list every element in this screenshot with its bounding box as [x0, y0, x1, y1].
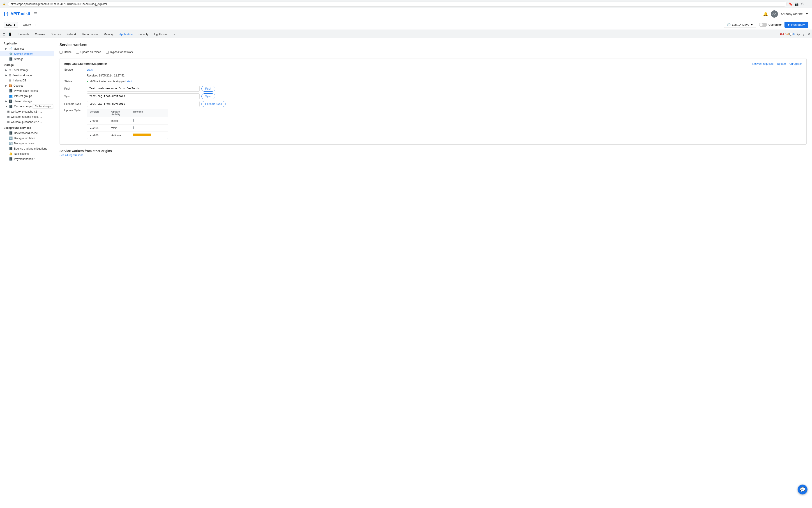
see-all-registrations-link[interactable]: See all registrations...	[59, 154, 807, 157]
sidebar-item-bg-sync[interactable]: 🔄 Background sync	[0, 141, 54, 146]
tab-elements[interactable]: Elements	[15, 30, 32, 38]
tab-memory[interactable]: Memory	[101, 30, 116, 38]
uc-activate-activity: Activate	[109, 132, 130, 138]
sidebar-item-cache-2[interactable]: ⊞ workbox-runtime-https://app.apitoolkit…	[0, 114, 54, 119]
update-on-reload-checkbox[interactable]	[76, 51, 79, 54]
use-editor-toggle[interactable]	[759, 23, 767, 27]
unregister-link[interactable]: Unregister	[789, 62, 802, 66]
user-dropdown-arrow[interactable]: ▼	[806, 12, 808, 15]
bell-icon[interactable]: 🔔	[763, 11, 768, 16]
sidebar-item-bounce[interactable]: 🗄️ Bounce tracking mitigations	[0, 146, 54, 151]
interest-groups-label: Interest groups	[14, 94, 32, 98]
kebab-menu-icon[interactable]: ⋮	[802, 32, 806, 36]
status-green-dot: ●	[87, 80, 88, 83]
storage-label: Storage	[14, 57, 24, 61]
query-actions: 🕐 Last 14 Days ▼ Use editor ▶ Run query	[724, 22, 808, 28]
header-right: 🔔 AA Anthony Alaribe ▼	[763, 10, 808, 17]
query-tab[interactable]: Query	[21, 23, 33, 27]
sw-url-row: https://app.apitoolkit.io/public/ Networ…	[64, 62, 802, 66]
offline-checkbox[interactable]	[59, 51, 62, 54]
menu-icon[interactable]: ☰	[34, 11, 37, 16]
bypass-for-network-label[interactable]: Bypass for network	[106, 50, 133, 54]
install-expand-icon[interactable]: ▶	[90, 120, 92, 122]
run-query-button[interactable]: ▶ Run query	[784, 22, 808, 28]
install-bar	[133, 119, 134, 122]
uc-timeline-header: Timeline	[130, 109, 168, 117]
sw-js-link[interactable]: sw.js	[87, 68, 93, 71]
update-on-reload-label[interactable]: Update on reload	[76, 50, 101, 54]
bypass-for-network-checkbox[interactable]	[106, 51, 109, 54]
user-name: Anthony Alaribe	[781, 12, 803, 16]
storage-section-title: Storage	[0, 61, 54, 68]
cache-1-label: workbox-precache-v2-https://app.apitoolk…	[11, 110, 43, 113]
chevron-down-icon: ▼	[751, 23, 753, 27]
sidebar-item-private-state[interactable]: 🗄️ Private state tokens	[0, 88, 54, 93]
received-row: Received 18/05/2024, 12:27:52	[64, 74, 802, 77]
cache-3-label: workbox-precache-v2-https://app.apitoolk…	[11, 121, 43, 124]
offline-checkbox-label[interactable]: Offline	[59, 50, 72, 54]
url-bar[interactable]: https://app.apitoolkit.io/p/ebed9d39-bb1…	[8, 2, 787, 6]
sidebar-item-cache-3[interactable]: ⊞ workbox-precache-v2-https://app.apitoo…	[0, 119, 54, 125]
manifest-icon: 📄	[9, 47, 12, 50]
tab-sources[interactable]: Sources	[48, 30, 63, 38]
periodic-sync-input[interactable]	[87, 101, 200, 107]
sidebar-item-service-workers[interactable]: ⚙️ Service workers	[0, 51, 54, 56]
tab-network[interactable]: Network	[64, 30, 79, 38]
lock-icon: 🔒	[3, 2, 6, 5]
sidebar-item-cache-1[interactable]: ⊞ workbox-precache-v2-https://app.apitoo…	[0, 109, 54, 114]
sidebar-item-session-storage[interactable]: ▶ ⊞ Session storage	[0, 73, 54, 78]
chat-bubble-button[interactable]: 💬	[798, 484, 808, 495]
activate-expand-icon[interactable]: ▶	[90, 134, 92, 137]
phone-icon[interactable]: 📱	[7, 33, 13, 36]
wait-expand-icon[interactable]: ▶	[90, 127, 92, 129]
tab-console[interactable]: Console	[32, 30, 48, 38]
network-requests-link[interactable]: Network requests	[753, 62, 773, 66]
tab-lighthouse[interactable]: Lighthouse	[152, 30, 170, 38]
last-days-button[interactable]: 🕐 Last 14 Days ▼	[724, 22, 756, 28]
query-bar: SDC ▲ Query | 🕐 Last 14 Days ▼ Use edito…	[0, 20, 812, 30]
close-devtools-icon[interactable]: ✕	[807, 32, 810, 36]
uc-wait-version: ▶#966	[87, 125, 109, 131]
sidebar-item-manifest[interactable]: ▶ 📄 Manifest	[0, 46, 54, 51]
periodic-sync-button[interactable]: Periodic Sync	[202, 101, 225, 107]
sidebar-item-back-forward[interactable]: 🗄️ Back/forward cache	[0, 130, 54, 136]
app-name: APIToolkit	[10, 11, 30, 16]
start-link[interactable]: start	[127, 80, 132, 83]
screenshot-icon[interactable]: 📷	[795, 2, 799, 6]
sdc-label: SDC	[6, 23, 12, 27]
tab-performance[interactable]: Performance	[80, 30, 100, 38]
sidebar-item-storage[interactable]: 🗄️ Storage	[0, 56, 54, 61]
cursor-icon[interactable]: ⊡	[2, 33, 6, 36]
push-button[interactable]: Push	[202, 86, 215, 92]
tab-application[interactable]: Application	[117, 30, 135, 38]
settings-icon[interactable]: ⚙	[797, 32, 800, 36]
sync-input[interactable]	[87, 93, 200, 99]
sidebar-item-cookies[interactable]: ▶ 🍪 Cookies	[0, 83, 54, 88]
sdc-badge[interactable]: SDC ▲	[4, 22, 18, 28]
indexed-db-label: IndexedDB	[13, 79, 26, 82]
cache-2-label: workbox-runtime-https://app.apitoolkit.i…	[11, 115, 43, 118]
sw-options-row: Offline Update on reload Bypass for netw…	[59, 50, 807, 54]
push-input[interactable]	[87, 86, 200, 92]
cache-storage-label: Cache storage	[14, 105, 32, 108]
sidebar-item-payment-handler[interactable]: 🗄️ Payment handler	[0, 156, 54, 162]
sidebar-item-local-storage[interactable]: ▶ ⊞ Local storage	[0, 68, 54, 73]
sync-button[interactable]: Sync	[202, 93, 215, 99]
sidebar-item-shared-storage[interactable]: ▶ 🗄️ Shared storage	[0, 98, 54, 104]
update-link[interactable]: Update	[777, 62, 786, 66]
sidebar-item-notifications[interactable]: 🔔 Notifications	[0, 151, 54, 156]
source-value: sw.js	[87, 68, 93, 71]
sidebar-item-interest-groups[interactable]: 👥 Interest groups	[0, 93, 54, 98]
tab-security[interactable]: Security	[136, 30, 151, 38]
bounce-icon: 🗄️	[9, 147, 13, 150]
tab-more[interactable]: »	[171, 30, 178, 38]
history-icon[interactable]: ⏱	[801, 2, 804, 6]
bookmark-icon[interactable]: 🔖	[788, 2, 793, 6]
manifest-label: Manifest	[13, 47, 24, 50]
more-icon[interactable]: ⋯	[806, 2, 809, 6]
sidebar-item-indexed-db[interactable]: ⊞ IndexedDB	[0, 78, 54, 83]
local-storage-icon: ⊞	[9, 68, 11, 72]
sidebar-item-bg-fetch[interactable]: ⬇️ Background fetch	[0, 136, 54, 141]
uc-activate-version: ▶#966	[87, 132, 109, 138]
update-cycle-row: Update Cycle Version Update Activity Tim…	[64, 109, 802, 139]
